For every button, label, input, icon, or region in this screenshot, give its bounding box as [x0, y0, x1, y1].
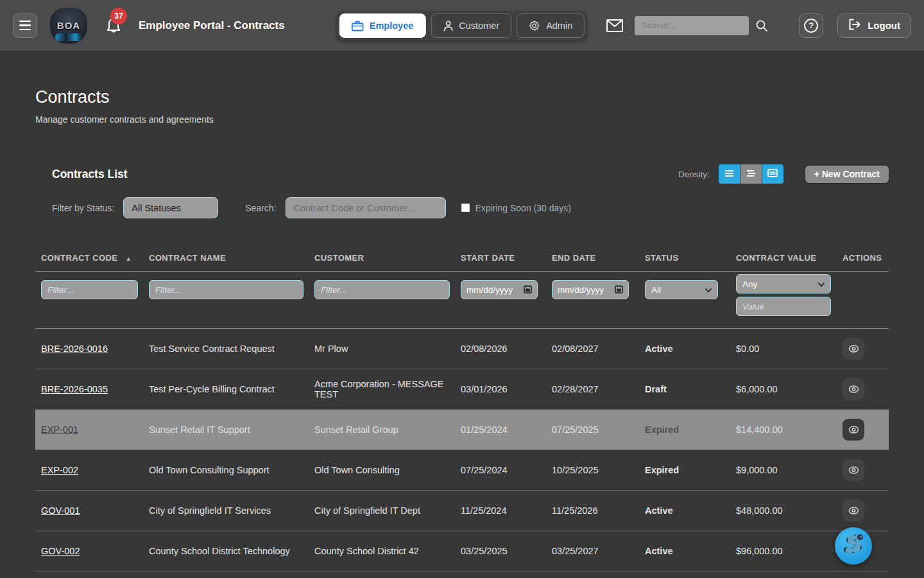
status-badge: Active: [639, 531, 730, 572]
view-contract-button[interactable]: [843, 459, 864, 481]
boa-logo-text: BOA: [57, 20, 80, 31]
tab-admin[interactable]: Admin: [517, 13, 585, 38]
view-contract-button[interactable]: [843, 500, 864, 521]
calendar-icon: [524, 285, 532, 295]
eye-icon: [848, 345, 859, 353]
logout-label: Logout: [868, 20, 900, 31]
view-contract-button[interactable]: [843, 378, 864, 400]
table-row[interactable]: BRE-2026-0035 Test Per-Cycle Billing Con…: [35, 369, 889, 410]
question-mark-icon: ?: [804, 19, 818, 33]
table-header-row: CONTRACT CODE ▲ CONTRACT NAME CUSTOMER S…: [35, 247, 889, 272]
panel-title: Contracts List: [52, 168, 128, 181]
col-contract-value[interactable]: CONTRACT VALUE: [730, 247, 837, 272]
status-badge: Expired: [639, 410, 730, 450]
col-status[interactable]: STATUS: [639, 247, 730, 272]
filter-start-date-input[interactable]: mm/dd/yyyy: [461, 280, 538, 299]
contract-code-link[interactable]: GOV-001: [41, 505, 80, 516]
gear-icon: [529, 20, 540, 31]
col-start-date[interactable]: START DATE: [455, 247, 546, 272]
hamburger-menu-button[interactable]: [13, 13, 37, 38]
status-filter-select[interactable]: All Statuses: [123, 197, 218, 218]
contract-code-link[interactable]: EXP-002: [41, 465, 78, 475]
app-title: Employee Portal - Contracts: [139, 19, 285, 32]
filter-value-operator-select[interactable]: Any: [736, 274, 831, 293]
tab-customer-label: Customer: [459, 21, 499, 31]
table-row[interactable]: EXP-002 Old Town Consulting Support Old …: [35, 450, 889, 491]
contract-code-link[interactable]: EXP-001: [41, 425, 78, 435]
density-label: Density:: [678, 170, 710, 179]
tab-employee[interactable]: Employee: [339, 13, 426, 38]
col-contract-name[interactable]: CONTRACT NAME: [143, 247, 309, 272]
density-toggle-group: [719, 164, 783, 184]
filter-name-input[interactable]: [149, 280, 304, 299]
contract-code-link[interactable]: BRE-2026-0016: [41, 344, 108, 354]
table-row[interactable]: GOV-001 City of Springfield IT Services …: [35, 491, 889, 531]
notification-count-badge: 37: [110, 8, 127, 24]
filter-value-input[interactable]: [736, 297, 831, 316]
chevron-down-icon: [818, 279, 825, 289]
tab-employee-label: Employee: [370, 21, 414, 31]
page-title: Contracts: [35, 87, 889, 107]
status-badge: Active: [639, 329, 730, 369]
checkbox-icon[interactable]: [461, 204, 470, 212]
density-comfortable-icon: [746, 168, 756, 180]
briefcase-icon: [352, 21, 364, 31]
filter-code-input[interactable]: [41, 280, 138, 299]
top-header: BOA 37 Employee Portal - Contracts Emplo…: [0, 0, 924, 51]
density-card-button[interactable]: [762, 164, 783, 184]
table-row-selected[interactable]: EXP-001 Sunset Retail IT Support Sunset …: [35, 410, 889, 450]
page-subtitle: Manage customer contracts and agreements: [35, 114, 889, 125]
density-compact-icon: [724, 168, 734, 180]
view-contract-button[interactable]: [843, 419, 864, 441]
sort-asc-icon: ▲: [125, 255, 132, 262]
density-comfortable-button[interactable]: [740, 164, 762, 184]
portal-tab-group: Employee Customer Admin: [337, 11, 587, 40]
filter-status-select[interactable]: All: [645, 280, 718, 299]
contract-code-link[interactable]: GOV-002: [41, 546, 80, 556]
filter-end-date-input[interactable]: mm/dd/yyyy: [552, 280, 629, 299]
status-badge: Draft: [639, 369, 730, 410]
new-contract-button[interactable]: + New Contract: [805, 166, 889, 183]
logout-button[interactable]: Logout: [837, 13, 911, 38]
hamburger-icon: [19, 21, 31, 22]
expiring-soon-label: Expiring Soon (30 days): [475, 203, 571, 213]
col-end-date[interactable]: END DATE: [546, 247, 639, 272]
contracts-table: CONTRACT CODE ▲ CONTRACT NAME CUSTOMER S…: [35, 247, 889, 578]
notifications-button[interactable]: 37: [105, 17, 122, 35]
search-icon[interactable]: [755, 19, 768, 32]
table-row[interactable]: GOV-002 County School District Technolog…: [35, 531, 889, 572]
calendar-icon: [615, 285, 623, 295]
contract-code-link[interactable]: BRE-2026-0035: [41, 384, 108, 394]
tab-admin-label: Admin: [546, 21, 572, 31]
tab-customer[interactable]: Customer: [431, 13, 511, 38]
col-contract-code[interactable]: CONTRACT CODE ▲: [35, 247, 143, 272]
list-search-input[interactable]: [286, 197, 446, 218]
density-compact-button[interactable]: [719, 164, 740, 184]
snake-assistant-fab[interactable]: [835, 527, 872, 565]
status-badge: Active: [639, 572, 730, 578]
view-contract-button[interactable]: [843, 338, 864, 360]
eye-icon: [848, 507, 859, 514]
boa-logo: BOA: [50, 8, 87, 44]
contracts-list-header: Contracts List Density:: [35, 164, 889, 184]
mail-icon[interactable]: [606, 19, 623, 32]
search-filter-label: Search:: [245, 203, 276, 213]
status-filter-label: Filter by Status:: [52, 203, 114, 213]
status-filter-value: All Statuses: [132, 203, 181, 213]
col-actions: ACTIONS: [837, 247, 889, 272]
main-content: Contracts Manage customer contracts and …: [0, 87, 924, 578]
help-button[interactable]: ?: [799, 13, 823, 38]
table-filter-row: mm/dd/yyyy mm/dd/yyyy: [35, 272, 889, 329]
col-customer[interactable]: CUSTOMER: [309, 247, 455, 272]
list-filter-controls: Filter by Status: All Statuses Search: E…: [52, 197, 889, 218]
filter-customer-input[interactable]: [314, 280, 450, 299]
table-row[interactable]: HOU-2026-0034 test Mr Plow 02/22/2026 02…: [35, 572, 889, 578]
header-search-input[interactable]: [635, 16, 749, 35]
table-row[interactable]: BRE-2026-0016 Test Service Contract Requ…: [35, 329, 889, 369]
expiring-soon-checkbox[interactable]: Expiring Soon (30 days): [461, 203, 571, 213]
logout-icon: [848, 19, 861, 32]
chevron-down-icon: [705, 285, 712, 295]
eye-icon: [848, 385, 859, 393]
status-badge: Active: [639, 491, 730, 531]
eye-icon: [848, 426, 859, 434]
